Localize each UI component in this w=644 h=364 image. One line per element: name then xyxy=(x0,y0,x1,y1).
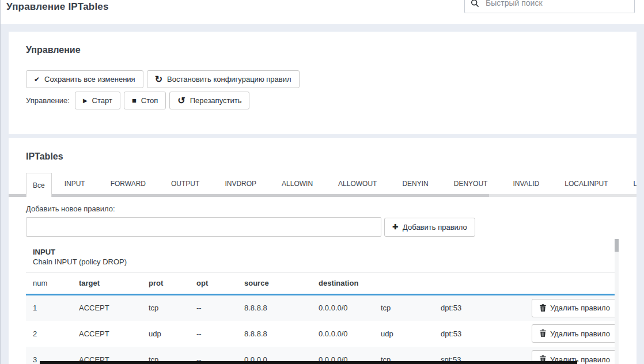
stop-button[interactable]: ■ Стоп xyxy=(124,92,166,109)
chain-policy: Chain INPUT (policy DROP) xyxy=(33,257,615,266)
chain-tab[interactable]: INVALID xyxy=(500,173,552,194)
tab-scrollbar-track[interactable] xyxy=(9,194,637,197)
rules-scrollbar-thumb[interactable] xyxy=(615,239,619,252)
plus-icon: ✚ xyxy=(392,223,398,230)
chain-name: INPUT xyxy=(33,248,615,256)
chain-tab[interactable]: LOCALOUTPUT xyxy=(621,173,637,194)
rule-target: ACCEPT xyxy=(72,321,142,347)
col-source: source xyxy=(237,273,312,295)
chain-tab[interactable]: Все xyxy=(26,173,52,197)
rule-proto-detail: udp xyxy=(374,321,434,347)
add-rule-button[interactable]: ✚ Добавить правило xyxy=(384,218,475,237)
management-panel: Управление ✔ Сохранить все изменения ↻ В… xyxy=(9,32,637,134)
tab-scrollbar-thumb[interactable] xyxy=(9,194,489,197)
rule-num: 1 xyxy=(26,295,72,321)
col-prot: prot xyxy=(142,273,190,295)
chain-tab[interactable]: LOCALINPUT xyxy=(552,173,620,194)
check-icon: ✔ xyxy=(34,76,40,83)
restore-rules-config-button[interactable]: ↻ Востановить конфигурацию правил xyxy=(147,70,300,88)
chain-tab[interactable]: INPUT xyxy=(52,173,98,194)
iptables-heading: IPTables xyxy=(9,138,637,162)
rule-port-detail: dpt:53 xyxy=(434,295,525,321)
management-actions-row: ✔ Сохранить все изменения ↻ Востановить … xyxy=(26,70,637,88)
rule-destination: 0.0.0.0/0 xyxy=(312,321,374,347)
delete-rule-button[interactable]: Удалить правило xyxy=(532,324,618,343)
add-rule-label: Добавить новое правило: xyxy=(26,204,637,213)
chain-header: INPUT Chain INPUT (policy DROP) xyxy=(9,248,637,266)
start-button[interactable]: ▶ Старт xyxy=(75,92,120,109)
service-control-row: Управление: ▶ Старт ■ Стоп ↺ Перезапусти… xyxy=(26,92,637,109)
add-rule-section: Добавить новое правило: ✚ Добавить прави… xyxy=(26,204,637,237)
rule-destination: 0.0.0.0/0 xyxy=(312,295,374,321)
rule-source: 8.8.8.8 xyxy=(237,295,312,321)
col-destination: destination xyxy=(312,273,374,295)
rule-target: ACCEPT xyxy=(72,295,142,321)
trash-icon xyxy=(540,329,546,337)
chain-tab[interactable]: OUTPUT xyxy=(158,173,212,194)
rule-source: 8.8.8.8 xyxy=(237,321,312,347)
rule-num: 2 xyxy=(26,321,72,347)
stop-icon: ■ xyxy=(132,97,137,104)
chain-tab[interactable]: INVDROP xyxy=(212,173,269,194)
horizontal-scrollbar-thumb[interactable] xyxy=(40,361,577,364)
iptables-panel: IPTables Все INPUT FORWARD OUTPUT INVDRO… xyxy=(9,138,637,364)
restart-icon: ↺ xyxy=(177,96,185,105)
rules-table-header-row: num target prot opt source destination xyxy=(26,273,615,295)
refresh-icon: ↻ xyxy=(155,75,162,84)
rule-prot: udp xyxy=(142,321,190,347)
trash-icon xyxy=(540,304,546,312)
col-target: target xyxy=(72,273,142,295)
search-icon xyxy=(471,0,479,7)
chain-tab[interactable]: DENYIN xyxy=(389,173,441,194)
management-heading: Управление xyxy=(9,32,637,55)
control-label: Управление: xyxy=(26,96,70,105)
delete-rule-button[interactable]: Удалить правило xyxy=(532,299,618,317)
quick-search-box[interactable] xyxy=(464,0,635,13)
rule-opt: -- xyxy=(190,321,237,347)
chain-tab[interactable]: ALLOWIN xyxy=(269,173,325,194)
rules-scrollbar-track[interactable] xyxy=(615,239,619,364)
page-title: Управление IPTables xyxy=(6,1,109,13)
rules-table: num target prot opt source destination 1… xyxy=(26,273,615,364)
chain-tab[interactable]: DENYOUT xyxy=(441,173,501,194)
rule-opt: -- xyxy=(190,295,237,321)
rule-row: 1 ACCEPT tcp -- 8.8.8.8 0.0.0.0/0 tcp dp… xyxy=(26,295,615,321)
rule-port-detail: dpt:53 xyxy=(434,321,525,347)
search-input[interactable] xyxy=(484,0,628,8)
play-icon: ▶ xyxy=(83,98,88,104)
rule-row: 2 ACCEPT udp -- 8.8.8.8 0.0.0.0/0 udp dp… xyxy=(26,321,615,347)
col-opt: opt xyxy=(190,273,237,295)
rule-prot: tcp xyxy=(142,295,190,321)
chain-tab[interactable]: ALLOWOUT xyxy=(325,173,389,194)
save-all-changes-button[interactable]: ✔ Сохранить все изменения xyxy=(26,70,143,88)
rule-proto-detail: tcp xyxy=(374,295,434,321)
chain-tab[interactable]: FORWARD xyxy=(98,173,158,194)
chain-tab-bar: Все INPUT FORWARD OUTPUT INVDROP ALLOWIN xyxy=(26,173,637,194)
col-num: num xyxy=(26,273,72,295)
restart-button[interactable]: ↺ Перезапустить xyxy=(169,92,249,109)
new-rule-input[interactable] xyxy=(26,217,381,237)
